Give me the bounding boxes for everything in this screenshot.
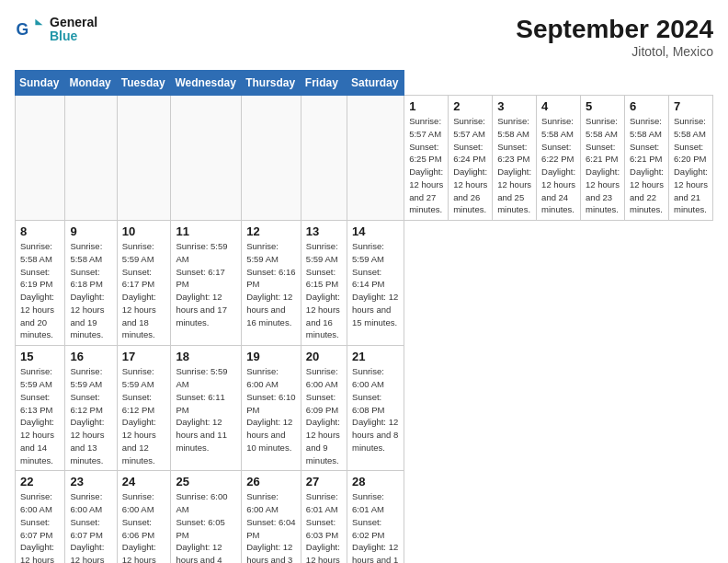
calendar-cell: 28Sunrise: 6:01 AMSunset: 6:02 PMDayligh… xyxy=(347,471,404,563)
logo-icon: G xyxy=(15,15,44,44)
week-row-1: 1Sunrise: 5:57 AMSunset: 6:25 PMDaylight… xyxy=(16,96,713,221)
day-number: 13 xyxy=(306,224,342,238)
svg-marker-1 xyxy=(35,19,42,25)
calendar-cell: 23Sunrise: 6:00 AMSunset: 6:07 PMDayligh… xyxy=(65,471,117,563)
calendar-cell: 15Sunrise: 5:59 AMSunset: 6:13 PMDayligh… xyxy=(16,346,65,471)
day-detail: Sunrise: 6:01 AMSunset: 6:02 PMDaylight:… xyxy=(352,490,399,563)
calendar-cell: 1Sunrise: 5:57 AMSunset: 6:25 PMDaylight… xyxy=(404,96,449,221)
day-detail: Sunrise: 5:58 AMSunset: 6:21 PMDaylight:… xyxy=(630,115,664,216)
day-number: 23 xyxy=(70,475,111,488)
calendar-cell: 6Sunrise: 5:58 AMSunset: 6:21 PMDaylight… xyxy=(625,96,669,221)
calendar-cell: 10Sunrise: 5:59 AMSunset: 6:17 PMDayligh… xyxy=(117,221,171,346)
week-row-3: 15Sunrise: 5:59 AMSunset: 6:13 PMDayligh… xyxy=(16,346,713,471)
day-number: 20 xyxy=(306,350,342,363)
day-number: 17 xyxy=(122,350,166,363)
day-number: 21 xyxy=(352,350,399,363)
day-detail: Sunrise: 6:01 AMSunset: 6:03 PMDaylight:… xyxy=(306,490,342,563)
col-header-tuesday: Tuesday xyxy=(117,71,171,96)
day-number: 14 xyxy=(352,224,399,238)
title-block: September 2024 Jitotol, Mexico xyxy=(516,15,713,59)
calendar-cell: 5Sunrise: 5:58 AMSunset: 6:21 PMDaylight… xyxy=(581,96,625,221)
day-number: 24 xyxy=(122,475,166,488)
day-detail: Sunrise: 5:58 AMSunset: 6:22 PMDaylight:… xyxy=(541,115,575,216)
logo: G General Blue xyxy=(15,15,97,44)
day-detail: Sunrise: 5:59 AMSunset: 6:13 PMDaylight:… xyxy=(20,365,60,466)
day-detail: Sunrise: 6:00 AMSunset: 6:05 PMDaylight:… xyxy=(176,490,236,563)
calendar-cell xyxy=(117,96,171,221)
calendar-cell: 7Sunrise: 5:58 AMSunset: 6:20 PMDaylight… xyxy=(669,96,713,221)
day-detail: Sunrise: 5:59 AMSunset: 6:14 PMDaylight:… xyxy=(352,240,399,328)
calendar-cell: 11Sunrise: 5:59 AMSunset: 6:17 PMDayligh… xyxy=(171,221,242,346)
day-detail: Sunrise: 5:57 AMSunset: 6:25 PMDaylight:… xyxy=(409,115,443,216)
day-number: 11 xyxy=(176,224,236,238)
calendar-cell xyxy=(65,96,117,221)
day-detail: Sunrise: 6:00 AMSunset: 6:08 PMDaylight:… xyxy=(352,365,399,454)
day-detail: Sunrise: 6:00 AMSunset: 6:04 PMDaylight:… xyxy=(246,490,296,563)
calendar-cell: 12Sunrise: 5:59 AMSunset: 6:16 PMDayligh… xyxy=(242,221,301,346)
day-number: 18 xyxy=(176,350,236,363)
calendar-cell: 20Sunrise: 6:00 AMSunset: 6:09 PMDayligh… xyxy=(301,346,347,471)
page-header: G General Blue September 2024 Jitotol, M… xyxy=(15,15,713,59)
calendar-cell: 16Sunrise: 5:59 AMSunset: 6:12 PMDayligh… xyxy=(65,346,117,471)
day-detail: Sunrise: 6:00 AMSunset: 6:06 PMDaylight:… xyxy=(122,490,166,563)
day-number: 3 xyxy=(497,99,531,113)
day-number: 25 xyxy=(176,475,236,488)
day-detail: Sunrise: 6:00 AMSunset: 6:10 PMDaylight:… xyxy=(246,365,296,454)
day-detail: Sunrise: 6:00 AMSunset: 6:09 PMDaylight:… xyxy=(306,365,342,466)
calendar-header-row: SundayMondayTuesdayWednesdayThursdayFrid… xyxy=(16,71,713,96)
calendar-cell: 19Sunrise: 6:00 AMSunset: 6:10 PMDayligh… xyxy=(242,346,301,471)
day-number: 1 xyxy=(409,99,443,113)
calendar-cell xyxy=(16,96,65,221)
col-header-wednesday: Wednesday xyxy=(171,71,242,96)
col-header-thursday: Thursday xyxy=(242,71,301,96)
calendar-cell: 18Sunrise: 5:59 AMSunset: 6:11 PMDayligh… xyxy=(171,346,242,471)
day-detail: Sunrise: 5:59 AMSunset: 6:12 PMDaylight:… xyxy=(70,365,111,466)
day-detail: Sunrise: 5:59 AMSunset: 6:16 PMDaylight:… xyxy=(246,240,296,328)
calendar-cell xyxy=(242,96,301,221)
day-detail: Sunrise: 5:58 AMSunset: 6:19 PMDaylight:… xyxy=(20,240,60,341)
logo-line1: General xyxy=(50,16,97,29)
calendar-cell: 26Sunrise: 6:00 AMSunset: 6:04 PMDayligh… xyxy=(242,471,301,563)
day-detail: Sunrise: 5:59 AMSunset: 6:11 PMDaylight:… xyxy=(176,365,236,454)
col-header-monday: Monday xyxy=(65,71,117,96)
day-detail: Sunrise: 5:58 AMSunset: 6:20 PMDaylight:… xyxy=(674,115,708,216)
calendar-cell: 21Sunrise: 6:00 AMSunset: 6:08 PMDayligh… xyxy=(347,346,404,471)
col-header-friday: Friday xyxy=(301,71,347,96)
day-detail: Sunrise: 5:59 AMSunset: 6:15 PMDaylight:… xyxy=(306,240,342,341)
day-number: 4 xyxy=(541,99,575,113)
calendar-cell: 9Sunrise: 5:58 AMSunset: 6:18 PMDaylight… xyxy=(65,221,117,346)
page-title: September 2024 xyxy=(516,15,713,44)
day-number: 12 xyxy=(246,224,296,238)
svg-text:G: G xyxy=(17,20,29,39)
day-detail: Sunrise: 5:59 AMSunset: 6:17 PMDaylight:… xyxy=(122,240,166,341)
day-number: 15 xyxy=(20,350,60,363)
calendar-cell: 17Sunrise: 5:59 AMSunset: 6:12 PMDayligh… xyxy=(117,346,171,471)
day-detail: Sunrise: 5:59 AMSunset: 6:12 PMDaylight:… xyxy=(122,365,166,466)
day-number: 5 xyxy=(586,99,620,113)
day-detail: Sunrise: 6:00 AMSunset: 6:07 PMDaylight:… xyxy=(20,490,60,563)
day-number: 8 xyxy=(20,224,60,238)
day-number: 28 xyxy=(352,475,399,488)
logo-text: General Blue xyxy=(50,16,97,44)
calendar-cell: 27Sunrise: 6:01 AMSunset: 6:03 PMDayligh… xyxy=(301,471,347,563)
col-header-saturday: Saturday xyxy=(347,71,404,96)
week-row-2: 8Sunrise: 5:58 AMSunset: 6:19 PMDaylight… xyxy=(16,221,713,346)
calendar-cell xyxy=(301,96,347,221)
calendar-cell: 22Sunrise: 6:00 AMSunset: 6:07 PMDayligh… xyxy=(16,471,65,563)
day-number: 27 xyxy=(306,475,342,488)
calendar-cell xyxy=(347,96,404,221)
day-number: 19 xyxy=(246,350,296,363)
calendar-cell: 14Sunrise: 5:59 AMSunset: 6:14 PMDayligh… xyxy=(347,221,404,346)
day-number: 7 xyxy=(674,99,708,113)
day-number: 2 xyxy=(453,99,487,113)
week-row-4: 22Sunrise: 6:00 AMSunset: 6:07 PMDayligh… xyxy=(16,471,713,563)
calendar-cell: 25Sunrise: 6:00 AMSunset: 6:05 PMDayligh… xyxy=(171,471,242,563)
day-number: 6 xyxy=(630,99,664,113)
calendar-table: SundayMondayTuesdayWednesdayThursdayFrid… xyxy=(15,70,713,563)
day-detail: Sunrise: 5:58 AMSunset: 6:21 PMDaylight:… xyxy=(586,115,620,216)
day-number: 26 xyxy=(246,475,296,488)
day-number: 10 xyxy=(122,224,166,238)
logo-line2: Blue xyxy=(50,29,97,43)
calendar-cell: 3Sunrise: 5:58 AMSunset: 6:23 PMDaylight… xyxy=(493,96,537,221)
day-number: 9 xyxy=(70,224,111,238)
